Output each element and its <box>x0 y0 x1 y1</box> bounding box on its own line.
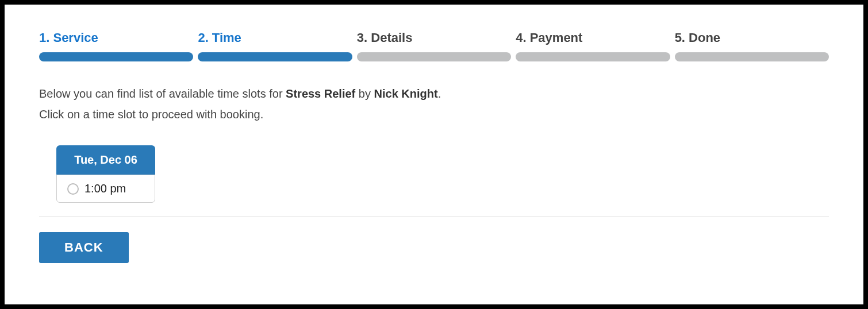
step-payment[interactable]: 4. Payment <box>516 30 670 61</box>
booking-page: 1. Service 2. Time 3. Details 4. Payment… <box>5 5 863 304</box>
intro-provider: Nick Knight <box>374 87 438 100</box>
intro-by: by <box>355 87 374 100</box>
date-header: Tue, Dec 06 <box>56 145 155 175</box>
time-slot-label: 1:00 pm <box>85 182 126 195</box>
step-time[interactable]: 2. Time <box>198 30 352 61</box>
intro-text: Below you can find list of available tim… <box>39 83 829 125</box>
step-bar <box>675 52 829 61</box>
step-details[interactable]: 3. Details <box>357 30 511 61</box>
intro-suffix: . <box>438 87 441 100</box>
intro-line2: Click on a time slot to proceed with boo… <box>39 104 829 125</box>
time-slot[interactable]: 1:00 pm <box>56 175 155 203</box>
intro-prefix: Below you can find list of available tim… <box>39 87 286 100</box>
step-bar <box>198 52 352 61</box>
step-label: 3. Details <box>357 30 511 45</box>
radio-icon <box>67 183 79 195</box>
date-block: Tue, Dec 06 1:00 pm <box>56 145 155 203</box>
divider <box>39 217 829 217</box>
step-done[interactable]: 5. Done <box>675 30 829 61</box>
step-service[interactable]: 1. Service <box>39 30 193 61</box>
step-label: 2. Time <box>198 30 352 45</box>
step-bar <box>357 52 511 61</box>
back-button[interactable]: BACK <box>39 232 129 263</box>
step-label: 4. Payment <box>516 30 670 45</box>
step-bar <box>516 52 670 61</box>
intro-service: Stress Relief <box>286 87 355 100</box>
step-label: 1. Service <box>39 30 193 45</box>
step-bar <box>39 52 193 61</box>
step-progress: 1. Service 2. Time 3. Details 4. Payment… <box>39 30 829 61</box>
step-label: 5. Done <box>675 30 829 45</box>
